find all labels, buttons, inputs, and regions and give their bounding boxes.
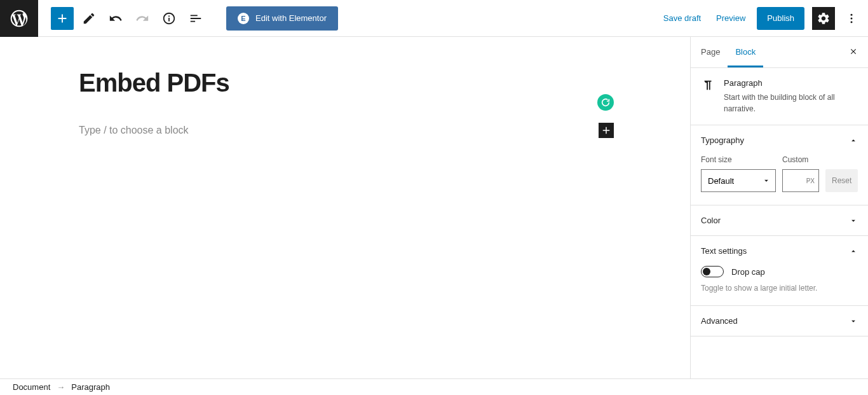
close-icon <box>849 47 858 56</box>
add-block-inline-button[interactable] <box>599 123 614 138</box>
page-title[interactable]: Embed PDFs <box>79 69 652 97</box>
svg-point-0 <box>851 13 853 15</box>
save-draft-button[interactable]: Save draft <box>660 8 705 28</box>
edit-button[interactable] <box>78 7 100 30</box>
outline-button[interactable] <box>184 7 207 30</box>
chevron-up-icon <box>849 136 858 145</box>
custom-label: Custom <box>782 155 819 164</box>
gear-icon <box>817 11 831 25</box>
grammarly-icon[interactable] <box>597 94 614 111</box>
drop-cap-toggle[interactable] <box>701 266 724 277</box>
sidebar-tabs: Page Block <box>691 37 868 68</box>
block-title: Paragraph <box>724 78 858 88</box>
custom-font-size-input[interactable] <box>782 169 819 192</box>
tool-group <box>38 7 207 30</box>
panel-typography-header[interactable]: Typography <box>691 125 868 155</box>
font-size-label: Font size <box>701 155 776 164</box>
svg-point-2 <box>851 21 853 23</box>
panel-color-header[interactable]: Color <box>691 205 868 235</box>
paragraph-icon <box>701 78 715 114</box>
elementor-label: Edit with Elementor <box>255 13 327 23</box>
chevron-down-icon <box>849 216 858 225</box>
chevron-up-icon <box>849 247 858 256</box>
settings-sidebar: Page Block Paragraph Start with the buil… <box>690 37 868 378</box>
wordpress-logo[interactable] <box>0 0 38 37</box>
preview-button[interactable]: Preview <box>712 8 749 28</box>
info-button[interactable] <box>158 7 180 30</box>
block-desc-text: Start with the building block of all nar… <box>724 92 858 114</box>
publish-button[interactable]: Publish <box>757 7 804 30</box>
panel-text-settings: Text settings Drop cap Toggle to show a … <box>691 236 868 306</box>
more-options-button[interactable] <box>843 7 860 30</box>
panel-typography: Typography Font size Default <box>691 125 868 205</box>
breadcrumb-paragraph[interactable]: Paragraph <box>71 382 110 392</box>
tab-block[interactable]: Block <box>728 37 763 67</box>
elementor-button[interactable]: E Edit with Elementor <box>226 6 338 31</box>
drop-cap-help: Toggle to show a large initial letter. <box>701 284 858 293</box>
breadcrumb-document[interactable]: Document <box>13 382 50 392</box>
add-block-button[interactable] <box>51 7 74 30</box>
reset-font-size-button[interactable]: Reset <box>825 169 858 192</box>
tab-page[interactable]: Page <box>693 37 728 67</box>
top-toolbar: E Edit with Elementor Save draft Preview… <box>0 0 868 37</box>
block-description: Paragraph Start with the building block … <box>691 68 868 125</box>
panel-advanced: Advanced <box>691 306 868 336</box>
editor-area[interactable]: Embed PDFs Type / to choose a block <box>0 37 690 378</box>
breadcrumb-arrow: → <box>57 382 65 392</box>
panel-advanced-header[interactable]: Advanced <box>691 306 868 336</box>
right-actions: Save draft Preview Publish <box>660 7 868 30</box>
panel-text-settings-header[interactable]: Text settings <box>691 236 868 266</box>
svg-point-1 <box>851 17 853 19</box>
redo-button[interactable] <box>131 7 154 30</box>
font-size-select[interactable]: Default <box>701 169 776 192</box>
breadcrumb: Document → Paragraph <box>0 378 868 395</box>
elementor-icon: E <box>238 13 249 24</box>
plus-icon <box>600 125 612 136</box>
settings-button[interactable] <box>812 7 835 30</box>
dots-vertical-icon <box>845 12 858 25</box>
close-sidebar-button[interactable] <box>841 39 865 66</box>
drop-cap-label: Drop cap <box>731 267 765 277</box>
panel-color: Color <box>691 205 868 236</box>
chevron-down-icon <box>849 317 858 326</box>
block-placeholder[interactable]: Type / to choose a block <box>79 125 599 136</box>
undo-button[interactable] <box>104 7 127 30</box>
